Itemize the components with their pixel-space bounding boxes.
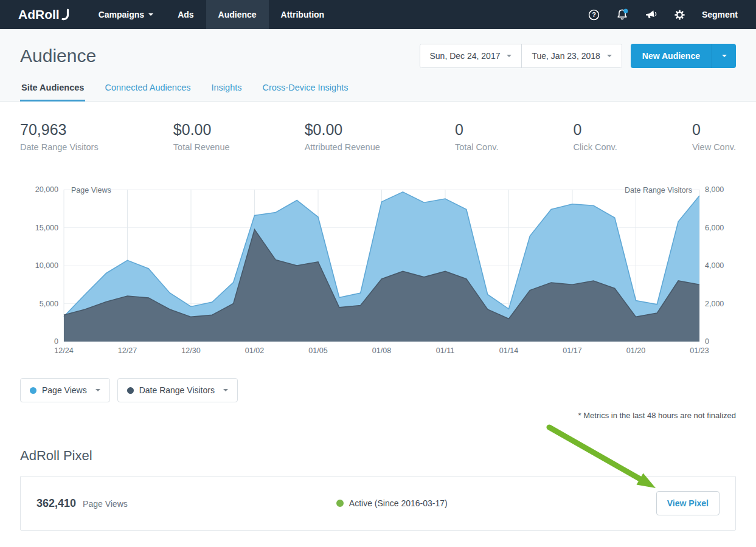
notification-dot bbox=[623, 9, 628, 13]
stat-date-range-visitors: 70,963 Date Range Visitors bbox=[20, 121, 99, 152]
caret-down-icon bbox=[223, 389, 228, 391]
svg-text:15,000: 15,000 bbox=[35, 224, 58, 232]
pixel-status-text: Active (Since 2016-03-17) bbox=[349, 498, 448, 508]
end-date-value: Tue, Jan 23, 2018 bbox=[532, 51, 600, 61]
stat-attributed-revenue: $0.00 Attributed Revenue bbox=[305, 121, 380, 152]
stats-row: 70,963 Date Range Visitors $0.00 Total R… bbox=[0, 101, 756, 152]
start-date-picker[interactable]: Sun, Dec 24, 2017 bbox=[420, 44, 522, 67]
date-range-picker: Sun, Dec 24, 2017 Tue, Jan 23, 2018 bbox=[420, 44, 622, 68]
nav-item-attribution[interactable]: Attribution bbox=[269, 0, 337, 29]
svg-text:12/24: 12/24 bbox=[54, 346, 73, 355]
visitors-dot bbox=[127, 387, 134, 394]
stat-label: Click Conv. bbox=[574, 142, 617, 152]
navbar-right: ? bbox=[588, 0, 756, 29]
audience-tabs: Site Audiences Connected Audiences Insig… bbox=[0, 79, 756, 101]
stat-value: $0.00 bbox=[173, 121, 230, 139]
stat-total-revenue: $0.00 Total Revenue bbox=[173, 121, 230, 152]
svg-text:2,000: 2,000 bbox=[705, 300, 724, 308]
stat-label: Total Revenue bbox=[173, 142, 230, 152]
settings-gear-icon[interactable] bbox=[674, 9, 685, 21]
svg-text:01/08: 01/08 bbox=[372, 346, 391, 355]
audience-hero: Audience Sun, Dec 24, 2017 Tue, Jan 23, … bbox=[0, 29, 756, 101]
svg-text:5,000: 5,000 bbox=[40, 300, 58, 308]
status-dot bbox=[336, 500, 344, 507]
logo-swoosh-icon bbox=[61, 9, 69, 21]
page-views-dot bbox=[30, 387, 36, 394]
trend-chart: 12/2412/2712/3001/0201/0501/0801/1101/14… bbox=[0, 179, 756, 363]
stat-value: 0 bbox=[574, 121, 617, 139]
stat-label: Date Range Visitors bbox=[20, 142, 99, 152]
new-audience-button[interactable]: New Audience bbox=[631, 44, 712, 68]
pixel-page-views-value: 362,410 bbox=[36, 497, 76, 510]
svg-text:01/17: 01/17 bbox=[563, 346, 581, 355]
pixel-card: 362,410 Page Views Active (Since 2016-03… bbox=[20, 476, 736, 531]
svg-text:10,000: 10,000 bbox=[35, 261, 58, 270]
caret-down-icon bbox=[507, 55, 512, 57]
nav-label: Attribution bbox=[281, 10, 325, 19]
pixel-section-title: AdRoll Pixel bbox=[20, 448, 736, 464]
nav-item-audience[interactable]: Audience bbox=[206, 0, 269, 29]
svg-text:8,000: 8,000 bbox=[705, 185, 724, 194]
svg-text:01/02: 01/02 bbox=[245, 346, 264, 355]
legend-page-views-button[interactable]: Page Views bbox=[20, 378, 110, 402]
adroll-pixel-section: AdRoll Pixel 362,410 Page Views Active (… bbox=[0, 448, 756, 531]
nav-label: Campaigns bbox=[99, 10, 144, 19]
nav-label: Audience bbox=[218, 10, 257, 19]
pixel-page-views-label: Page Views bbox=[83, 499, 128, 509]
notifications-bell-icon[interactable] bbox=[616, 9, 628, 21]
stat-label: View Conv. bbox=[692, 142, 736, 152]
nav-item-ads[interactable]: Ads bbox=[165, 0, 206, 29]
stat-label: Attributed Revenue bbox=[305, 142, 380, 152]
svg-text:6,000: 6,000 bbox=[705, 224, 724, 232]
stat-value: 0 bbox=[455, 121, 498, 139]
header-controls: Sun, Dec 24, 2017 Tue, Jan 23, 2018 New … bbox=[420, 44, 737, 68]
svg-text:12/30: 12/30 bbox=[181, 346, 200, 355]
stat-value: 70,963 bbox=[20, 121, 99, 139]
svg-text:Page Views: Page Views bbox=[71, 186, 111, 194]
megaphone-icon[interactable] bbox=[645, 9, 657, 21]
stat-click-conv: 0 Click Conv. bbox=[574, 121, 617, 152]
stat-view-conv: 0 View Conv. bbox=[692, 121, 736, 152]
svg-text:01/20: 01/20 bbox=[626, 346, 645, 355]
nav-segment[interactable]: Segment bbox=[702, 10, 738, 19]
pixel-status: Active (Since 2016-03-17) bbox=[128, 498, 656, 508]
svg-text:0: 0 bbox=[705, 337, 709, 346]
caret-down-icon bbox=[607, 55, 612, 57]
svg-text:01/23: 01/23 bbox=[690, 346, 709, 355]
stat-value: $0.00 bbox=[305, 121, 380, 139]
legend-date-range-visitors-button[interactable]: Date Range Visitors bbox=[117, 378, 238, 402]
svg-text:0: 0 bbox=[54, 337, 58, 346]
svg-text:20,000: 20,000 bbox=[35, 185, 58, 194]
svg-text:4,000: 4,000 bbox=[705, 261, 724, 270]
pixel-page-views: 362,410 Page Views bbox=[36, 497, 128, 510]
svg-text:?: ? bbox=[592, 11, 596, 18]
svg-text:Date Range Visitors: Date Range Visitors bbox=[625, 186, 692, 194]
svg-text:01/05: 01/05 bbox=[308, 346, 327, 355]
logo-text: AdRoll bbox=[18, 7, 60, 22]
caret-down-icon bbox=[95, 389, 100, 391]
page-title: Audience bbox=[20, 46, 96, 66]
svg-text:01/14: 01/14 bbox=[499, 346, 518, 355]
nav-item-campaigns[interactable]: Campaigns bbox=[86, 0, 165, 29]
tab-insights[interactable]: Insights bbox=[210, 79, 243, 101]
view-pixel-button[interactable]: View Pixel bbox=[656, 491, 720, 515]
new-audience-dropdown-button[interactable] bbox=[712, 44, 736, 68]
caret-down-icon bbox=[722, 55, 727, 57]
legend-label: Page Views bbox=[42, 385, 87, 395]
svg-text:12/27: 12/27 bbox=[118, 346, 137, 355]
new-audience-split-button: New Audience bbox=[631, 44, 736, 68]
legend-label: Date Range Visitors bbox=[139, 385, 215, 395]
primary-nav: Campaigns Ads Audience Attribution bbox=[86, 0, 336, 29]
tab-cross-device-insights[interactable]: Cross-Device Insights bbox=[261, 79, 349, 101]
start-date-value: Sun, Dec 24, 2017 bbox=[430, 51, 501, 61]
end-date-picker[interactable]: Tue, Jan 23, 2018 bbox=[522, 44, 621, 67]
top-navbar: AdRoll Campaigns Ads Audience Attributio… bbox=[0, 0, 756, 29]
caret-down-icon bbox=[148, 13, 153, 16]
stat-label: Total Conv. bbox=[455, 142, 498, 152]
tab-site-audiences[interactable]: Site Audiences bbox=[20, 79, 85, 101]
adroll-logo[interactable]: AdRoll bbox=[0, 0, 86, 29]
metrics-footnote: * Metrics in the last 48 hours are not f… bbox=[0, 411, 756, 420]
tab-connected-audiences[interactable]: Connected Audiences bbox=[103, 79, 192, 101]
stat-total-conv: 0 Total Conv. bbox=[455, 121, 498, 152]
help-icon[interactable]: ? bbox=[588, 9, 600, 21]
